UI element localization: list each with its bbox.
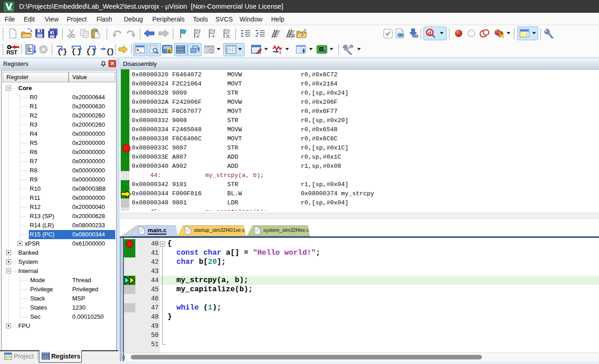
svg-text:s: s [10, 7, 12, 11]
